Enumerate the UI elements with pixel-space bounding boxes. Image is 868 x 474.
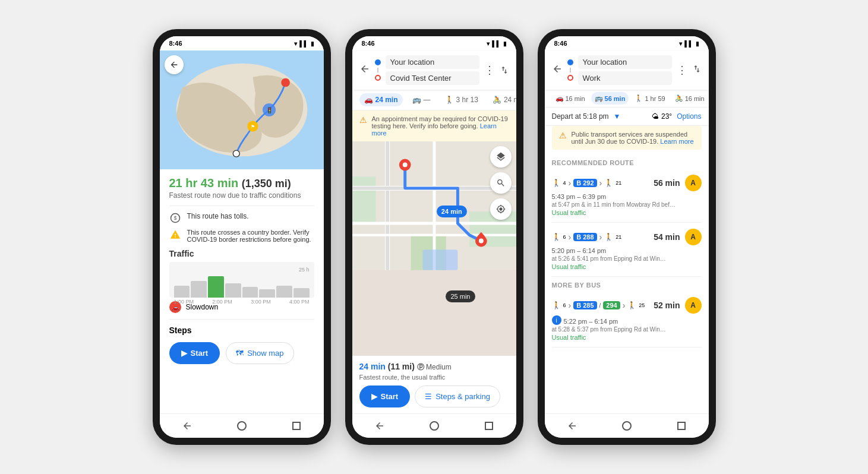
- bike-time: 24 min: [504, 96, 516, 104]
- bottom-actions-2: ▶ Start ☰ Steps & parking: [359, 385, 509, 407]
- wifi-icon-2: ▾: [487, 40, 490, 47]
- phone1: 8:46 ▾ ▌▌ ▮ 🚦: [153, 29, 331, 445]
- dest-field[interactable]: Covid Test Center: [386, 71, 479, 85]
- arrow-4: ›: [599, 232, 602, 242]
- car-time-3: 16 min: [566, 95, 585, 102]
- route-summary-2: 24 min (11 mi) ⓟ Medium: [359, 362, 509, 372]
- svg-text:⚑: ⚑: [250, 124, 254, 129]
- signal-icon-3: ▌▌: [684, 40, 693, 47]
- map-view-1: 🚦 ⚑: [160, 50, 324, 169]
- dest-field-3[interactable]: Work: [578, 71, 672, 85]
- route-card-1[interactable]: 🚶 4 › B 292 › 🚶 21 56 min A 5:43 pm – 6:…: [552, 169, 702, 223]
- bus-badge-294: 294: [603, 301, 620, 309]
- route-time-r3: 52 min: [654, 301, 680, 310]
- bus-badge-285: B 285: [573, 301, 596, 309]
- info-badge-r3: i: [552, 315, 561, 325]
- start-button-1[interactable]: ▶ Start: [169, 342, 220, 364]
- back-button-1[interactable]: [165, 55, 184, 74]
- bus-badge-292: B 292: [573, 179, 596, 187]
- tab-car[interactable]: 🚗 24 min: [359, 93, 403, 106]
- back-btn-3[interactable]: [552, 64, 563, 77]
- search-map-btn[interactable]: [490, 172, 512, 194]
- recent-nav-2[interactable]: [482, 419, 496, 433]
- medium-label: Medium: [426, 363, 452, 371]
- status-icons-1: ▾ ▌▌ ▮: [294, 40, 314, 47]
- map-controls-2: [490, 146, 512, 220]
- walk-icon-r2: 🚶: [552, 233, 561, 241]
- distance-value: (1,350 mi): [242, 178, 291, 189]
- recent-nav-3[interactable]: [674, 419, 689, 433]
- bus-icon-3: 🚌: [595, 94, 603, 102]
- more-options-btn-3[interactable]: ⋮: [677, 64, 687, 77]
- covid-warning-2: ⚠ An appointment may be required for COV…: [352, 110, 516, 141]
- recent-nav[interactable]: [289, 419, 304, 433]
- depart-chevron[interactable]: ▼: [614, 112, 621, 121]
- location-btn[interactable]: [490, 198, 512, 220]
- route-time-r1: 56 min: [654, 178, 680, 188]
- more-by-bus-label: MORE BY BUS: [552, 282, 702, 289]
- route-line: [377, 68, 378, 72]
- tab-bus[interactable]: 🚌 —: [408, 93, 435, 106]
- steps-parking-btn[interactable]: ☰ Steps & parking: [415, 385, 500, 407]
- back-btn-2[interactable]: [359, 64, 370, 77]
- more-options-btn[interactable]: ⋮: [484, 64, 495, 77]
- tab-bike-3[interactable]: 🚴 16 min: [671, 92, 708, 105]
- walk-icon-r3: 🚶: [552, 301, 561, 309]
- car-icon-3: 🚗: [555, 94, 564, 102]
- warning-icon-1: [169, 229, 181, 241]
- phone3: 8:46 ▾ ▌▌ ▮ Your location Work ⋮: [538, 29, 716, 445]
- warning-text-3: Public transport services are suspended …: [572, 131, 695, 145]
- car-icon: 🚗: [364, 96, 373, 104]
- home-nav[interactable]: [235, 419, 249, 433]
- route-card-3[interactable]: 🚶 6 › B 285 / 294 › 🚶 25 52 min A i: [552, 291, 702, 347]
- pickup-r2: at 5:26 & 5:41 pm from Epping Rd at Win…: [552, 255, 702, 262]
- dest-dot-3: [567, 75, 573, 81]
- arrow-2: ›: [599, 178, 602, 188]
- map-icon: 🗺: [236, 349, 244, 358]
- transport-tabs-2: 🚗 24 min 🚌 — 🚶 3 hr 13 🚴 24 min 🚲 5: [352, 90, 516, 110]
- start-button-2[interactable]: ▶ Start: [359, 385, 411, 407]
- origin-field[interactable]: Your location: [386, 55, 479, 69]
- border-text: This route crosses a country border. Ver…: [187, 229, 314, 243]
- route-card-2[interactable]: 🚶 6 › B 288 › 🚶 21 54 min A 5:20 pm – 6:…: [552, 223, 702, 277]
- tab-car-3[interactable]: 🚗 16 min: [552, 92, 589, 105]
- transport-mode-tabs-3: 🚗 16 min 🚌 56 min 🚶 1 hr 59 🚴 16 min: [545, 90, 709, 108]
- temp: 23°: [661, 112, 672, 121]
- home-nav-3[interactable]: [620, 419, 634, 433]
- wifi-icon: ▾: [294, 40, 297, 47]
- traffic-r1: Usual traffic: [552, 209, 702, 216]
- route-times-r2: 5:20 pm – 6:14 pm: [552, 247, 702, 254]
- traffic-bars: [174, 274, 310, 298]
- swap-btn-3[interactable]: [692, 62, 702, 78]
- back-nav[interactable]: [180, 419, 194, 433]
- toll-icon: $: [169, 212, 181, 224]
- tab-walk[interactable]: 🚶 3 hr 13: [440, 93, 483, 106]
- route-header-1: 🚶 4 › B 292 › 🚶 21 56 min A: [552, 175, 702, 191]
- home-nav-2[interactable]: [427, 419, 441, 433]
- traffic-r3: Usual traffic: [552, 334, 702, 341]
- traffic-r2: Usual traffic: [552, 263, 702, 270]
- label-4pm: 4:00 PM: [289, 299, 310, 305]
- nav-bar-3: [545, 413, 709, 438]
- route-subtitle: Fastest route now due to traffic conditi…: [169, 191, 314, 200]
- arrow-1: ›: [569, 178, 572, 188]
- show-map-button[interactable]: 🗺 Show map: [226, 342, 293, 364]
- warning-text-2: An appointment may be required for COVID…: [372, 115, 509, 137]
- options-button[interactable]: Options: [677, 112, 701, 121]
- tab-bus-3[interactable]: 🚌 56 min: [591, 92, 629, 105]
- back-nav-2[interactable]: [373, 419, 387, 433]
- action-buttons-1: ▶ Start 🗺 Show map: [169, 342, 314, 364]
- tab-bike[interactable]: 🚴 24 min: [488, 93, 516, 106]
- steps-label: Steps & parking: [435, 392, 490, 401]
- toll-text: This route has tolls.: [187, 212, 249, 220]
- origin-field-3[interactable]: Your location: [578, 55, 672, 69]
- covid-warning-3: ⚠ Public transport services are suspende…: [552, 126, 702, 150]
- route-header-3: 🚶 6 › B 285 / 294 › 🚶 25 52 min A: [552, 297, 702, 314]
- learn-more-link-3[interactable]: Learn more: [660, 138, 693, 145]
- back-nav-3[interactable]: [565, 419, 579, 433]
- svg-point-2: [281, 78, 290, 87]
- steps-title: Steps: [169, 326, 314, 335]
- swap-btn-2[interactable]: [500, 63, 509, 77]
- layers-btn[interactable]: [490, 146, 512, 168]
- tab-walk-3[interactable]: 🚶 1 hr 59: [631, 92, 668, 105]
